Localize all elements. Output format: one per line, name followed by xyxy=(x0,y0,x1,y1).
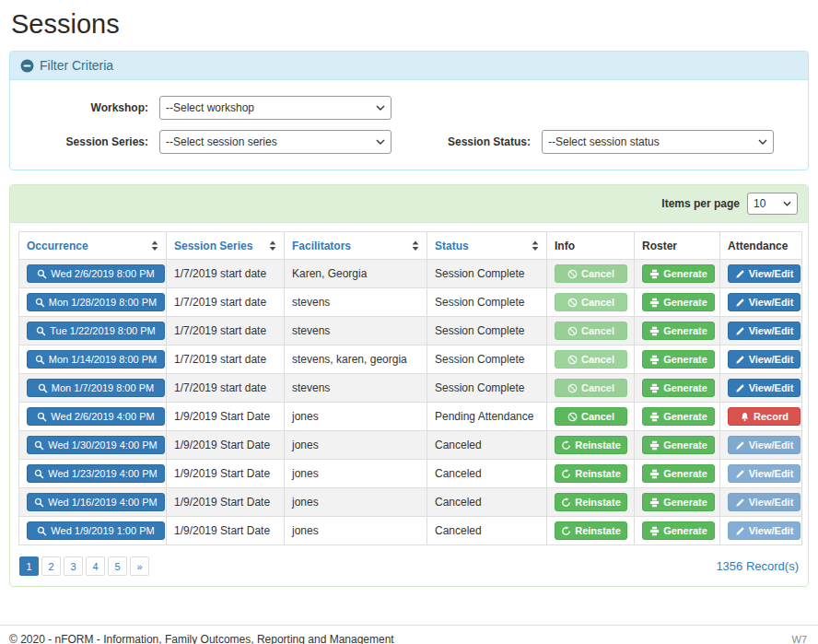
info-reinstate-button[interactable]: Reinstate xyxy=(555,464,627,483)
button-label: View/Edit xyxy=(749,298,794,308)
column-header-info: Info xyxy=(547,232,635,260)
page-button-4[interactable]: 4 xyxy=(86,556,105,576)
session-status-label: Session Status: xyxy=(391,135,542,148)
search-icon xyxy=(35,298,45,308)
occurrence-button[interactable]: Wed 2/6/2019 8:00 PM xyxy=(27,264,165,283)
print-icon xyxy=(649,526,660,536)
occurrence-button[interactable]: Tue 1/22/2019 8:00 PM xyxy=(27,322,165,340)
info-reinstate-button[interactable]: Reinstate xyxy=(555,436,627,454)
ban-icon xyxy=(567,298,578,308)
info-reinstate-button[interactable]: Reinstate xyxy=(555,493,627,511)
occurrence-button[interactable]: Wed 2/6/2019 4:00 PM xyxy=(27,407,165,426)
attendance-view-edit-button[interactable]: View/Edit xyxy=(728,464,800,483)
button-label: Generate xyxy=(663,440,707,451)
button-label: Generate xyxy=(663,469,707,479)
roster-generate-button[interactable]: Generate xyxy=(642,293,715,311)
sort-icon xyxy=(532,240,539,252)
attendance-view-edit-button[interactable]: View/Edit xyxy=(728,293,800,311)
occurrence-button[interactable]: Mon 1/7/2019 8:00 PM xyxy=(27,379,165,397)
attendance-record-button[interactable]: Record xyxy=(728,407,800,426)
occurrence-button[interactable]: Wed 1/30/2019 4:00 PM xyxy=(27,436,165,454)
table-row: Wed 2/6/2019 4:00 PM1/9/2019 Start Datej… xyxy=(19,403,802,431)
button-label: View/Edit xyxy=(749,526,794,536)
workshop-select[interactable]: --Select workshop xyxy=(159,96,391,120)
info-cancel-button[interactable]: Cancel xyxy=(555,293,627,311)
button-label: Generate xyxy=(663,412,707,422)
page-button-5[interactable]: 5 xyxy=(108,556,127,576)
print-icon xyxy=(649,298,660,308)
roster-generate-button[interactable]: Generate xyxy=(642,379,715,397)
search-icon xyxy=(37,526,47,536)
items-per-page-select[interactable]: 10 xyxy=(747,193,798,215)
column-header-facilitators[interactable]: Facilitators xyxy=(285,232,427,260)
occurrence-button[interactable]: Wed 1/16/2019 4:00 PM xyxy=(27,493,165,511)
facilitators-cell: stevens xyxy=(285,317,427,345)
roster-generate-button[interactable]: Generate xyxy=(642,264,715,283)
column-label: Session Series xyxy=(174,240,252,252)
roster-generate-button[interactable]: Generate xyxy=(642,407,715,426)
filter-panel-header[interactable]: Filter Criteria xyxy=(10,52,808,80)
info-cancel-button[interactable]: Cancel xyxy=(555,322,627,340)
status-cell: Pending Attendance xyxy=(427,403,547,431)
info-cancel-button[interactable]: Cancel xyxy=(555,407,627,426)
ban-icon xyxy=(567,326,578,336)
session-series-cell: 1/9/2019 Start Date xyxy=(167,403,285,431)
workshop-label: Workshop: xyxy=(21,101,159,114)
attendance-cell: View/Edit xyxy=(720,517,802,545)
session-series-select-control[interactable]: --Select session series xyxy=(159,130,391,154)
attendance-view-edit-button[interactable]: View/Edit xyxy=(728,264,800,283)
workshop-select-control[interactable]: --Select workshop xyxy=(159,96,391,120)
button-label: Reinstate xyxy=(575,469,621,479)
occurrence-button[interactable]: Mon 1/14/2019 8:00 PM xyxy=(27,350,165,369)
button-label: Cancel xyxy=(581,298,614,308)
roster-generate-button[interactable]: Generate xyxy=(642,436,715,454)
session-series-select[interactable]: --Select session series xyxy=(159,130,391,154)
info-reinstate-button[interactable]: Reinstate xyxy=(555,521,627,540)
occurrence-button[interactable]: Mon 1/28/2019 8:00 PM xyxy=(27,293,165,311)
page-button-next[interactable]: » xyxy=(130,556,149,576)
session-status-select[interactable]: --Select session status xyxy=(542,130,774,154)
info-cancel-button[interactable]: Cancel xyxy=(555,350,627,369)
attendance-view-edit-button[interactable]: View/Edit xyxy=(728,350,800,369)
attendance-view-edit-button[interactable]: View/Edit xyxy=(728,379,800,397)
session-status-select-control[interactable]: --Select session status xyxy=(542,130,774,154)
ban-icon xyxy=(567,383,578,393)
info-cell: Reinstate xyxy=(547,488,635,517)
attendance-view-edit-button[interactable]: View/Edit xyxy=(728,493,800,511)
site-footer: © 2020 - nFORM - Information, Family Out… xyxy=(0,625,818,644)
record-count: 1356 Record(s) xyxy=(716,559,799,573)
session-series-cell: 1/7/2019 start date xyxy=(167,317,285,345)
attendance-view-edit-button[interactable]: View/Edit xyxy=(728,322,800,340)
attendance-view-edit-button[interactable]: View/Edit xyxy=(728,521,800,540)
column-header-occurrence[interactable]: Occurrence xyxy=(19,232,167,260)
attendance-cell: View/Edit xyxy=(720,345,802,374)
column-header-status[interactable]: Status xyxy=(427,232,547,260)
facilitators-cell: jones xyxy=(285,517,427,545)
ban-icon xyxy=(567,269,578,279)
roster-generate-button[interactable]: Generate xyxy=(642,521,715,540)
roster-generate-button[interactable]: Generate xyxy=(642,493,715,511)
facilitators-cell: jones xyxy=(285,488,427,517)
page-button-3[interactable]: 3 xyxy=(64,556,83,576)
roster-generate-button[interactable]: Generate xyxy=(642,322,715,340)
info-cancel-button[interactable]: Cancel xyxy=(555,264,627,283)
column-header-session-series[interactable]: Session Series xyxy=(167,232,285,260)
roster-generate-button[interactable]: Generate xyxy=(642,464,715,483)
roster-cell: Generate xyxy=(635,460,720,488)
table-row: Wed 1/9/2019 1:00 PM1/9/2019 Start Datej… xyxy=(19,517,802,545)
collapse-minus-circle-icon[interactable] xyxy=(20,59,34,73)
occurrence-button[interactable]: Wed 1/9/2019 1:00 PM xyxy=(27,521,165,540)
attendance-view-edit-button[interactable]: View/Edit xyxy=(728,436,800,454)
occurrence-button[interactable]: Wed 1/23/2019 4:00 PM xyxy=(27,464,165,483)
facilitators-cell: jones xyxy=(285,403,427,431)
items-per-page-select-control[interactable]: 10 xyxy=(747,193,798,215)
pencil-icon xyxy=(735,383,745,393)
page-button-2[interactable]: 2 xyxy=(41,556,61,576)
table-row: Wed 1/23/2019 4:00 PM1/9/2019 Start Date… xyxy=(19,460,802,488)
roster-generate-button[interactable]: Generate xyxy=(642,350,715,369)
info-cancel-button[interactable]: Cancel xyxy=(555,379,627,397)
info-cell: Cancel xyxy=(547,260,635,288)
button-label: Cancel xyxy=(581,269,614,279)
ban-icon xyxy=(567,412,578,422)
page-button-1[interactable]: 1 xyxy=(19,556,39,576)
